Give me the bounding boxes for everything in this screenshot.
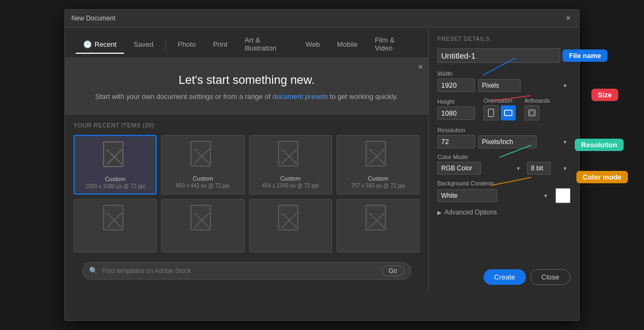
dialog-titlebar: New Document ×: [65, 10, 579, 27]
unit-select[interactable]: Pixels Inches Centimeters Millimeters: [478, 79, 521, 92]
search-bar: 🔍 Go: [82, 262, 411, 279]
tab-recent-label: Recent: [94, 40, 116, 48]
resolution-row: Pixels/Inch Pixels/Centimeter: [437, 135, 570, 148]
recent-item-size-0: 1920 x 1080 px @ 72 ppi: [85, 183, 145, 189]
recent-item-name-2: Custom: [280, 175, 301, 182]
tab-web[interactable]: Web: [298, 37, 328, 54]
tab-photo-label: Photo: [178, 40, 196, 48]
tab-mobile-label: Mobile: [337, 40, 357, 48]
background-wrap: White Black Background Color Transparent…: [437, 189, 551, 202]
file-name-input[interactable]: [437, 48, 560, 63]
tab-photo[interactable]: Photo: [170, 37, 203, 54]
background-section: Background Contents White Black Backgrou…: [437, 180, 570, 203]
background-swatch[interactable]: [555, 188, 570, 203]
width-section: Width Pixels Inches Centimeters Millimet…: [437, 70, 570, 92]
width-input[interactable]: [437, 78, 475, 92]
dialog: New Document × 🕐 Recent Saved: [64, 9, 580, 321]
background-select[interactable]: White Black Background Color Transparent…: [437, 189, 497, 202]
recent-item-icon-4: [103, 205, 128, 235]
recent-item-icon-0: [103, 141, 128, 171]
orientation-label: Orientation: [484, 97, 516, 104]
tab-film[interactable]: Film & Video: [367, 33, 418, 58]
dialog-container: New Document × 🕐 Recent Saved: [64, 9, 580, 321]
recent-item-name-0: Custom: [105, 176, 126, 182]
recent-item-icon-2: [277, 141, 303, 171]
height-orient-row: Height Orientation: [437, 97, 570, 120]
color-mode-label: Color Mode: [437, 154, 570, 160]
svg-rect-28: [488, 109, 494, 117]
height-label: Height: [437, 98, 475, 105]
tab-saved[interactable]: Saved: [126, 37, 161, 54]
tab-art[interactable]: Art & Illustration: [237, 33, 296, 58]
artboard-button[interactable]: [524, 105, 539, 120]
recent-count: (20): [143, 122, 155, 128]
recent-item-size-3: 757 x 593 px @ 72 ppi: [351, 183, 405, 189]
resolution-unit-select[interactable]: Pixels/Inch Pixels/Centimeter: [478, 135, 537, 148]
orientation-section: Orientation: [484, 97, 516, 120]
tab-art-label: Art & Illustration: [245, 36, 276, 52]
bird-logo: [497, 326, 524, 330]
color-mode-select[interactable]: RGB Color CMYK Color Grayscale Lab Color: [437, 162, 481, 175]
recent-label-text: YOUR RECENT ITEMS: [74, 122, 141, 128]
landscape-icon: [504, 110, 513, 116]
recent-item-icon-3: [365, 141, 391, 171]
recent-item-7[interactable]: [336, 199, 420, 253]
tabs-bar: 🕐 Recent Saved Photo Print: [65, 27, 428, 58]
tab-print[interactable]: Print: [206, 37, 235, 54]
recent-item-3[interactable]: Custom 757 x 593 px @ 72 ppi: [336, 135, 420, 195]
recent-item-name-1: Custom: [193, 175, 213, 182]
resolution-label: Resolution: [437, 127, 570, 133]
dialog-close-button[interactable]: ×: [564, 14, 573, 23]
hero-link[interactable]: document presets: [273, 92, 328, 101]
outer-wrapper: File name Size Resolution Color mode New…: [0, 0, 644, 330]
bit-depth-wrap: 8 bit 16 bit 32 bit: [527, 162, 570, 175]
tab-print-label: Print: [213, 40, 228, 48]
clock-icon: 🕐: [83, 40, 92, 48]
search-input[interactable]: [102, 267, 377, 275]
artboards-label: Artboards: [524, 97, 550, 104]
hero-subtitle: Start with your own document settings or…: [76, 91, 418, 102]
search-area: 🔍 Go: [65, 258, 428, 293]
resolution-input[interactable]: [437, 135, 475, 148]
search-go-button[interactable]: Go: [382, 266, 404, 276]
color-mode-section: Color Mode RGB Color CMYK Color Grayscal…: [437, 154, 570, 175]
recent-item-icon-6: [277, 205, 303, 235]
recent-item-0[interactable]: Custom 1920 x 1080 px @ 72 ppi: [74, 135, 157, 195]
svg-rect-31: [530, 111, 534, 115]
hero-banner: × Let's start something new. Start with …: [65, 58, 428, 114]
height-input[interactable]: [437, 106, 475, 120]
height-orient-section: Height Orientation: [437, 97, 570, 121]
tab-mobile[interactable]: Mobile: [330, 37, 365, 54]
recent-item-1[interactable]: Custom 850 x 442 px @ 72 ppi: [161, 135, 244, 195]
recent-item-2[interactable]: Custom 454 x 1349 px @ 72 ppi: [249, 135, 332, 195]
bit-depth-select[interactable]: 8 bit 16 bit 32 bit: [527, 162, 551, 175]
recent-item-icon-1: [190, 141, 216, 171]
left-panel: 🕐 Recent Saved Photo Print: [65, 27, 429, 293]
recent-item-5[interactable]: [161, 199, 244, 253]
tab-web-label: Web: [306, 40, 320, 48]
portrait-button[interactable]: [484, 105, 499, 120]
tab-recent[interactable]: 🕐 Recent: [76, 37, 124, 54]
annotation-size: Size: [591, 89, 618, 101]
create-button[interactable]: Create: [484, 269, 526, 285]
search-icon: 🔍: [89, 267, 98, 275]
recent-item-size-1: 850 x 442 px @ 72 ppi: [176, 183, 230, 189]
recent-item-4[interactable]: [74, 199, 157, 253]
landscape-button[interactable]: [501, 105, 516, 120]
width-row: Pixels Inches Centimeters Millimeters: [437, 78, 570, 92]
close-button[interactable]: Close: [530, 269, 570, 285]
unit-select-wrap: Pixels Inches Centimeters Millimeters: [478, 79, 570, 92]
advanced-options-row[interactable]: ▶ Advanced Options: [437, 209, 570, 216]
hero-close-button[interactable]: ×: [418, 62, 423, 72]
annotation-file-name: File name: [562, 49, 608, 62]
hero-title: Let's start something new.: [76, 73, 418, 87]
recent-grid-row1: Custom 1920 x 1080 px @ 72 ppi: [74, 135, 420, 195]
recent-item-icon-5: [190, 205, 216, 235]
file-name-row: ⬇: [437, 48, 570, 63]
tab-saved-label: Saved: [134, 40, 153, 48]
chevron-right-icon: ▶: [437, 210, 442, 216]
watermark: fptwaze: [497, 326, 569, 330]
height-section: Height: [437, 98, 475, 120]
recent-item-6[interactable]: [249, 199, 332, 253]
recent-label: YOUR RECENT ITEMS (20): [74, 122, 420, 128]
